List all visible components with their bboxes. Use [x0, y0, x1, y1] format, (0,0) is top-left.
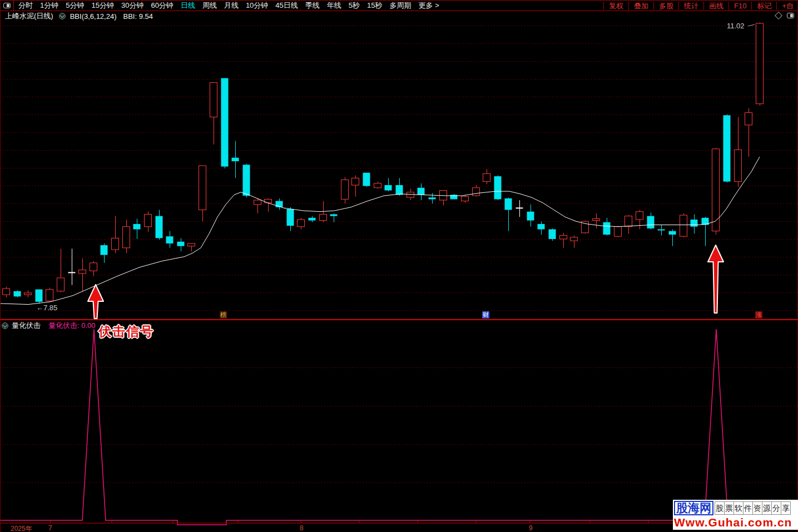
candle-down	[658, 225, 665, 236]
panel-dropdown-icon[interactable]	[2, 322, 8, 329]
watermark-tagline-char: 股	[715, 501, 725, 515]
candle-up	[680, 213, 687, 237]
candle-up	[265, 198, 272, 212]
watermark-tagline-char: 票	[724, 501, 734, 515]
bbi-params-label: BBI(3,6,12,24)	[70, 12, 117, 21]
toolbar-item-10分钟[interactable]: 10分钟	[245, 1, 269, 11]
candle-up	[440, 191, 447, 206]
candle-up	[298, 218, 305, 230]
candle-down	[669, 229, 676, 246]
candle-up	[483, 169, 490, 184]
toolbar-item-复权[interactable]: 复权	[603, 2, 628, 10]
toolbar-item-季线[interactable]: 季线	[304, 1, 321, 11]
candle-up	[756, 22, 764, 105]
watermark: 股海网 股票软件资源分享 Www.Guhai.com.cn	[673, 500, 798, 530]
bbi-value-label: BBI: 9.54	[123, 12, 153, 21]
candle-up	[3, 287, 10, 297]
toolbar-item-标记[interactable]: 标记	[751, 2, 776, 10]
candle-down	[429, 193, 436, 203]
candle-up	[57, 248, 65, 292]
candle-down	[243, 164, 250, 197]
watermark-url: Www.Guhai.com.cn	[674, 516, 797, 529]
toolbar-item-45日线[interactable]: 45日线	[274, 1, 299, 11]
candle-up	[123, 220, 130, 253]
watermark-tagline-char: 资	[752, 501, 762, 515]
watermark-tagline: 股票软件资源分享	[715, 501, 791, 515]
buy-signal-arrow	[708, 245, 723, 313]
toolbar-item-5分钟[interactable]: 5分钟	[65, 1, 85, 11]
chart-info-bar: 上峰水泥(日线) BBI(3,6,12,24) BBI: 9.54	[1, 11, 798, 21]
toolbar-item-月线[interactable]: 月线	[223, 1, 240, 11]
candle-up	[90, 261, 97, 276]
candle-up	[614, 226, 622, 237]
toolbar-item-统计[interactable]: 统计	[678, 2, 703, 10]
toolbar-item-多股[interactable]: 多股	[653, 2, 678, 10]
signal-annotation: 伏击信号	[98, 323, 154, 340]
candlestick-chart[interactable]	[1, 0, 798, 532]
candle-up	[210, 83, 217, 145]
buy-signal-arrow	[88, 285, 103, 319]
toolbar-item-5秒[interactable]: 5秒	[348, 1, 361, 11]
stock-title[interactable]: 上峰水泥(日线)	[5, 11, 53, 21]
candle-up	[254, 198, 261, 213]
candle-up	[582, 221, 589, 234]
ticker-badge[interactable]: 财	[482, 311, 489, 319]
toolbar-item-F10[interactable]: F10	[728, 2, 751, 10]
toolbar-item-年线[interactable]: 年线	[326, 1, 343, 11]
toolbar-item-15分钟[interactable]: 15分钟	[90, 1, 115, 11]
candle-down	[702, 217, 709, 246]
candle-up	[712, 148, 720, 235]
toolbar-item-1分钟[interactable]: 1分钟	[39, 1, 60, 11]
toolbar-item-15秒[interactable]: 15秒	[366, 1, 383, 11]
window-layout-button[interactable]	[1, 1, 14, 11]
ticker-badge[interactable]: 涨	[755, 311, 762, 319]
candle-up	[112, 216, 119, 253]
trading-app-window: 分时1分钟5分钟15分钟30分钟60分钟日线周线月线10分钟45日线季线年线5秒…	[0, 0, 798, 532]
candle-down	[527, 205, 534, 227]
watermark-tagline-char: 源	[762, 501, 772, 515]
toolbar-item-画线[interactable]: 画线	[703, 2, 728, 10]
watermark-tagline-char: 享	[781, 501, 791, 515]
candle-down	[14, 290, 21, 297]
toolbar-item-日线[interactable]: 日线	[180, 1, 196, 11]
candle-down	[101, 243, 108, 263]
diamond-icon[interactable]	[775, 12, 782, 19]
period-menu: 分时1分钟5分钟15分钟30分钟60分钟日线周线月线10分钟45日线季线年线5秒…	[14, 1, 603, 11]
candle-down	[363, 173, 370, 187]
candle-doji	[516, 200, 523, 217]
candle-up	[46, 287, 53, 301]
candle-down	[691, 214, 698, 233]
candle-down	[177, 238, 185, 251]
bbi-line	[1, 157, 760, 304]
toolbar-item-30分钟[interactable]: 30分钟	[120, 1, 145, 11]
candle-down	[287, 207, 294, 231]
candle-up	[473, 185, 480, 197]
price-low-label: ←7.85	[36, 304, 57, 312]
window-icon[interactable]	[787, 13, 794, 18]
panel-divider[interactable]	[1, 319, 798, 320]
toolbar-item-叠加[interactable]: 叠加	[628, 2, 653, 10]
candle-down	[309, 216, 316, 222]
ticker-badge[interactable]: 榜	[220, 311, 227, 319]
toolbar-item-周线[interactable]: 周线	[201, 1, 218, 11]
toolbar-right-menu: 复权叠加多股统计画线F10标记+自	[603, 1, 798, 11]
candle-down	[505, 197, 512, 231]
axis-month-label: 7	[48, 524, 52, 532]
toolbar-item-更多 >[interactable]: 更多 >	[418, 1, 440, 11]
candle-down	[36, 290, 43, 304]
candle-up	[462, 195, 469, 202]
toolbar-item-多周期[interactable]: 多周期	[389, 1, 413, 11]
toolbar-item-60分钟[interactable]: 60分钟	[150, 1, 174, 11]
candle-up	[571, 236, 578, 248]
candle-down	[603, 218, 611, 236]
candle-up	[593, 213, 600, 228]
indicator-panel-name[interactable]: 量化伏击	[12, 321, 41, 331]
period-toolbar: 分时1分钟5分钟15分钟30分钟60分钟日线周线月线10分钟45日线季线年线5秒…	[1, 0, 798, 11]
toolbar-item-分时[interactable]: 分时	[17, 1, 34, 11]
candle-down	[549, 228, 556, 241]
toolbar-item-+自[interactable]: +自	[776, 2, 798, 10]
candle-down	[133, 218, 141, 239]
candle-down	[647, 212, 655, 229]
indicator-dropdown-icon[interactable]	[59, 13, 66, 19]
candle-down	[221, 78, 229, 168]
